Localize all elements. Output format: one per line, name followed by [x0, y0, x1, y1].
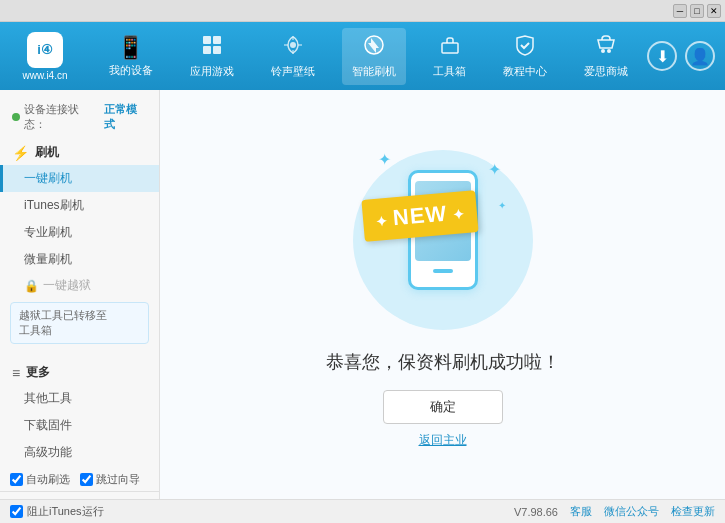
- tutorials-icon: [514, 34, 536, 62]
- minimize-button[interactable]: ─: [673, 4, 687, 18]
- svg-point-7: [601, 49, 605, 53]
- sidebar-item-other-tools[interactable]: 其他工具: [0, 385, 159, 412]
- nav-mall-label: 爱思商城: [584, 64, 628, 79]
- smart-flash-icon: [363, 34, 385, 62]
- content-area: ✦ ✦ ✦ NEW 恭喜您，保资料刷机成功啦！ 确定 返回主业: [160, 90, 725, 499]
- success-title: 恭喜您，保资料刷机成功啦！: [326, 350, 560, 374]
- sparkle-2: ✦: [498, 200, 506, 211]
- svg-rect-0: [203, 36, 211, 44]
- support-link[interactable]: 客服: [570, 504, 592, 519]
- nav-toolbox-label: 工具箱: [433, 64, 466, 79]
- sidebar-section-more-label: 更多: [26, 364, 50, 381]
- logo-text: www.i4.cn: [22, 70, 67, 81]
- sidebar-item-pro-flash[interactable]: 专业刷机: [0, 219, 159, 246]
- my-device-icon: 📱: [117, 35, 144, 61]
- svg-rect-3: [213, 46, 221, 54]
- header: i④ www.i4.cn 📱 我的设备 应用游戏: [0, 22, 725, 90]
- apps-games-icon: [201, 34, 223, 62]
- svg-point-8: [607, 49, 611, 53]
- svg-point-4: [290, 42, 296, 48]
- sidebar: 设备连接状态： 正常模式 ⚡ 刷机 一键刷机 iTunes刷机 专业刷机 微量刷…: [0, 90, 160, 499]
- sidebar-item-itunes-flash[interactable]: iTunes刷机: [0, 192, 159, 219]
- status-bar-right: V7.98.66 客服 微信公众号 检查更新: [514, 504, 715, 519]
- nav-my-device-label: 我的设备: [109, 63, 153, 78]
- nav-smart-flash[interactable]: 智能刷机: [342, 28, 406, 85]
- sidebar-section-flash[interactable]: ⚡ 刷机: [0, 140, 159, 165]
- nav-ringtones-label: 铃声壁纸: [271, 64, 315, 79]
- sidebar-section-more[interactable]: ≡ 更多: [0, 360, 159, 385]
- nav-ringtones[interactable]: 铃声壁纸: [261, 28, 325, 85]
- nav-tutorials[interactable]: 教程中心: [493, 28, 557, 85]
- confirm-button[interactable]: 确定: [383, 390, 503, 424]
- sidebar-notice: 越狱工具已转移至工具箱: [10, 302, 149, 344]
- sidebar-item-advanced[interactable]: 高级功能: [0, 439, 159, 466]
- title-bar: ─ □ ✕: [0, 0, 725, 22]
- sidebar-status: 设备连接状态： 正常模式: [0, 98, 159, 140]
- nav-toolbox[interactable]: 工具箱: [423, 28, 476, 85]
- user-button[interactable]: 👤: [685, 41, 715, 71]
- maximize-button[interactable]: □: [690, 4, 704, 18]
- itunes-checkbox[interactable]: 阻止iTunes运行: [10, 504, 104, 519]
- svg-rect-2: [203, 46, 211, 54]
- status-bar-left: 阻止iTunes运行: [10, 504, 104, 519]
- home-link[interactable]: 返回主业: [419, 432, 467, 449]
- close-button[interactable]: ✕: [707, 4, 721, 18]
- phone-btn: [433, 269, 453, 273]
- wechat-link[interactable]: 微信公众号: [604, 504, 659, 519]
- auto-flash-input[interactable]: [10, 473, 23, 486]
- logo[interactable]: i④ www.i4.cn: [10, 32, 80, 81]
- status-dot: [12, 113, 20, 121]
- flash-section-icon: ⚡: [12, 145, 29, 161]
- svg-rect-1: [213, 36, 221, 44]
- success-illustration: ✦ ✦ ✦ NEW: [343, 140, 543, 340]
- nav-right: ⬇ 👤: [647, 41, 715, 71]
- version-badge: V7.98.66: [514, 506, 558, 518]
- sidebar-item-one-click-flash[interactable]: 一键刷机: [0, 165, 159, 192]
- status-value: 正常模式: [104, 102, 147, 132]
- status-label: 设备连接状态：: [24, 102, 100, 132]
- sidebar-item-data-flash[interactable]: 微量刷机: [0, 246, 159, 273]
- nav-apps-games-label: 应用游戏: [190, 64, 234, 79]
- download-button[interactable]: ⬇: [647, 41, 677, 71]
- sparkle-3: ✦: [378, 150, 391, 169]
- auto-flash-label: 自动刷选: [26, 472, 70, 487]
- skip-wizard-label: 跳过向导: [96, 472, 140, 487]
- skip-wizard-checkbox[interactable]: 跳过向导: [80, 472, 140, 487]
- nav-tutorials-label: 教程中心: [503, 64, 547, 79]
- main: 设备连接状态： 正常模式 ⚡ 刷机 一键刷机 iTunes刷机 专业刷机 微量刷…: [0, 90, 725, 499]
- logo-icon: i④: [27, 32, 63, 68]
- sidebar-item-download-firmware[interactable]: 下载固件: [0, 412, 159, 439]
- nav-smart-flash-label: 智能刷机: [352, 64, 396, 79]
- itunes-checkbox-input[interactable]: [10, 505, 23, 518]
- nav-mall[interactable]: 爱思商城: [574, 28, 638, 85]
- svg-rect-6: [442, 43, 458, 53]
- auto-flash-checkbox[interactable]: 自动刷选: [10, 472, 70, 487]
- nav-items: 📱 我的设备 应用游戏 铃声壁纸: [90, 28, 647, 85]
- check-update-link[interactable]: 检查更新: [671, 504, 715, 519]
- skip-wizard-input[interactable]: [80, 473, 93, 486]
- nav-apps-games[interactable]: 应用游戏: [180, 28, 244, 85]
- sidebar-section-flash-label: 刷机: [35, 144, 59, 161]
- ringtones-icon: [282, 34, 304, 62]
- itunes-label: 阻止iTunes运行: [27, 504, 104, 519]
- checkbox-row: 自动刷选 跳过向导: [0, 466, 159, 491]
- sidebar-locked-jailbreak: 🔒 一键越狱: [0, 273, 159, 298]
- status-bar: 阻止iTunes运行 V7.98.66 客服 微信公众号 检查更新: [0, 499, 725, 523]
- device-panel: 📱 iPhone 12 mini 64GB Down-12mini-13.1: [0, 491, 159, 499]
- mall-icon: [595, 34, 617, 62]
- more-section-icon: ≡: [12, 365, 20, 381]
- sidebar-bottom: 自动刷选 跳过向导 📱 iPhone 12 mini 64GB Down-12m…: [0, 466, 159, 499]
- nav-my-device[interactable]: 📱 我的设备: [99, 29, 163, 84]
- toolbox-icon: [439, 34, 461, 62]
- sparkle-1: ✦: [488, 160, 501, 179]
- lock-icon: 🔒: [24, 279, 39, 293]
